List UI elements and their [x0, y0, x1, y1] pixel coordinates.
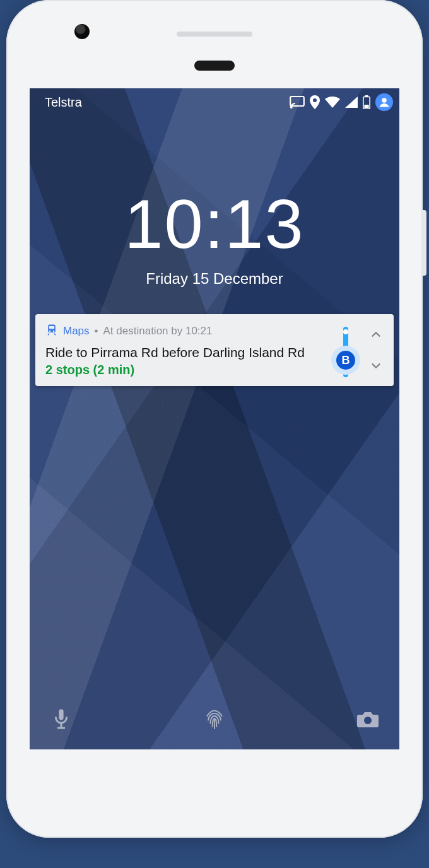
expand-button[interactable] — [362, 355, 390, 377]
cast-icon — [290, 96, 305, 108]
voice-assistant-button[interactable] — [45, 703, 78, 736]
status-bar: Telstra — [30, 88, 399, 116]
front-camera — [74, 24, 90, 39]
transit-line-badge: B — [336, 351, 355, 370]
notification-detail: 2 stops (2 min) — [45, 363, 360, 377]
notification-app-name: Maps — [63, 325, 90, 337]
notification-chevrons — [362, 314, 390, 386]
lock-clock: 10:13 Friday 15 December — [30, 189, 399, 288]
carrier-label: Telstra — [45, 95, 82, 110]
camera-button[interactable] — [351, 703, 384, 736]
wifi-icon — [325, 97, 340, 108]
svg-point-1 — [290, 107, 292, 108]
phone-frame: Telstra — [6, 0, 423, 838]
maps-notification[interactable]: Maps • At destination by 10:21 Ride to P… — [35, 314, 394, 386]
svg-point-10 — [53, 331, 54, 332]
collapse-button[interactable] — [362, 323, 390, 346]
svg-point-2 — [313, 98, 317, 102]
notification-subtitle: At destination by 10:21 — [103, 325, 213, 337]
tram-icon — [45, 323, 58, 339]
clock-time: 10:13 — [30, 189, 399, 259]
sensor-pill — [194, 61, 235, 71]
transit-rail-icon: B — [333, 327, 358, 377]
separator-dot: • — [95, 325, 98, 337]
notification-title: Ride to Pirrama Rd before Darling Island… — [45, 345, 360, 360]
svg-rect-5 — [364, 105, 368, 108]
lock-screen-actions — [30, 689, 399, 749]
screen: Telstra — [30, 88, 399, 749]
status-icons — [290, 93, 393, 111]
svg-rect-8 — [49, 326, 54, 329]
svg-point-14 — [364, 717, 372, 724]
notification-header: Maps • At destination by 10:21 — [45, 323, 360, 339]
location-icon — [310, 95, 320, 109]
svg-point-6 — [382, 98, 387, 103]
clock-date: Friday 15 December — [30, 270, 399, 288]
fingerprint-button[interactable] — [198, 703, 231, 736]
profile-avatar[interactable] — [375, 93, 393, 111]
earpiece — [177, 32, 252, 37]
svg-rect-11 — [59, 709, 63, 720]
signal-icon — [345, 97, 358, 108]
svg-point-9 — [49, 331, 50, 332]
battery-icon — [363, 95, 370, 109]
